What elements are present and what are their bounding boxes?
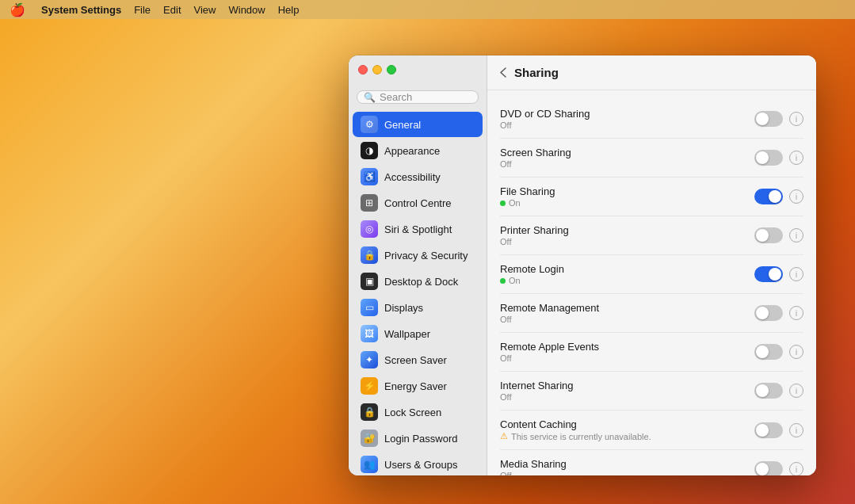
content-header: Sharing xyxy=(487,55,816,90)
siri-spotlight-icon: ◎ xyxy=(361,220,378,238)
sharing-controls-screen-sharing: i xyxy=(754,150,803,166)
sharing-info-remote-login: Remote LoginOn xyxy=(500,263,754,285)
toggle-screen-sharing[interactable] xyxy=(754,150,783,166)
sidebar-item-screen-saver[interactable]: ✦Screen Saver xyxy=(353,347,483,372)
maximize-button[interactable] xyxy=(387,65,396,74)
toggle-knob xyxy=(756,151,769,164)
sharing-info-printer-sharing: Printer SharingOff xyxy=(500,224,754,246)
info-button-remote-apple-events[interactable]: i xyxy=(789,345,803,359)
sharing-list: DVD or CD SharingOffiScreen SharingOffiF… xyxy=(487,90,816,475)
toggle-knob xyxy=(756,113,769,125)
privacy-security-icon: 🔒 xyxy=(361,246,378,264)
toggle-file-sharing[interactable] xyxy=(754,189,783,204)
menu-edit[interactable]: Edit xyxy=(163,4,181,16)
wallpaper-icon: 🖼 xyxy=(361,325,378,342)
minimize-button[interactable] xyxy=(372,65,382,74)
search-placeholder: Search xyxy=(380,91,412,103)
back-button[interactable] xyxy=(500,67,506,78)
sharing-row-dvd-cd: DVD or CD SharingOffi xyxy=(500,100,803,139)
search-bar[interactable]: 🔍 Search xyxy=(357,90,479,104)
sidebar: 🔍 Search ⚙General◑Appearance♿Accessibili… xyxy=(349,55,487,475)
sharing-status-printer-sharing: Off xyxy=(500,237,754,246)
status-text-printer-sharing: Off xyxy=(500,237,511,246)
sidebar-item-appearance[interactable]: ◑Appearance xyxy=(353,138,483,163)
sidebar-item-label-users-groups: Users & Groups xyxy=(384,459,457,471)
content-area: Sharing DVD or CD SharingOffiScreen Shar… xyxy=(487,55,816,475)
sidebar-item-control-centre[interactable]: ⊞Control Centre xyxy=(353,190,483,216)
status-text-remote-apple-events: Off xyxy=(500,353,511,363)
toggle-content-caching[interactable] xyxy=(754,422,783,438)
sharing-row-screen-sharing: Screen SharingOffi xyxy=(500,139,803,178)
info-button-media-sharing[interactable]: i xyxy=(789,462,803,475)
back-arrow-icon xyxy=(500,67,506,78)
sidebar-item-privacy-security[interactable]: 🔒Privacy & Security xyxy=(353,242,483,268)
sidebar-item-accessibility[interactable]: ♿Accessibility xyxy=(353,164,483,189)
desktop-dock-icon: ▣ xyxy=(361,273,378,290)
info-button-screen-sharing[interactable]: i xyxy=(789,151,803,165)
sharing-name-printer-sharing: Printer Sharing xyxy=(500,224,754,236)
toggle-knob xyxy=(769,268,781,281)
sidebar-item-siri-spotlight[interactable]: ◎Siri & Spotlight xyxy=(353,216,483,242)
sidebar-item-label-screen-saver: Screen Saver xyxy=(384,354,447,366)
menu-window[interactable]: Window xyxy=(228,4,265,16)
sharing-info-screen-sharing: Screen SharingOff xyxy=(500,147,754,169)
close-button[interactable] xyxy=(358,65,368,74)
sharing-row-remote-management: Remote ManagementOffi xyxy=(500,294,803,333)
sharing-status-internet-sharing: Off xyxy=(500,392,754,402)
sharing-row-media-sharing: Media SharingOffi xyxy=(500,450,803,475)
info-button-remote-login[interactable]: i xyxy=(789,267,803,281)
sidebar-item-lock-screen[interactable]: 🔒Lock Screen xyxy=(353,399,483,425)
status-text-internet-sharing: Off xyxy=(500,392,511,402)
menu-file[interactable]: File xyxy=(134,4,151,16)
sidebar-item-displays[interactable]: ▭Displays xyxy=(353,295,483,320)
menu-help[interactable]: Help xyxy=(278,4,300,16)
toggle-remote-login[interactable] xyxy=(754,266,783,282)
toggle-knob xyxy=(756,384,769,397)
sharing-status-remote-login: On xyxy=(500,276,754,285)
status-dot-on xyxy=(500,200,506,206)
control-centre-icon: ⊞ xyxy=(361,194,378,212)
info-button-remote-management[interactable]: i xyxy=(789,306,803,320)
sharing-name-screen-sharing: Screen Sharing xyxy=(500,147,754,158)
sidebar-item-login-password[interactable]: 🔐Login Password xyxy=(353,426,483,451)
users-groups-icon: 👥 xyxy=(361,456,378,473)
sharing-name-media-sharing: Media Sharing xyxy=(500,458,754,470)
toggle-media-sharing[interactable] xyxy=(754,461,783,475)
sidebar-item-label-lock-screen: Lock Screen xyxy=(384,407,441,418)
sidebar-item-wallpaper[interactable]: 🖼Wallpaper xyxy=(353,321,483,346)
sidebar-item-users-groups[interactable]: 👥Users & Groups xyxy=(353,452,483,475)
toggle-internet-sharing[interactable] xyxy=(754,383,783,399)
apple-menu[interactable]: 🍎 xyxy=(10,2,25,17)
sidebar-item-energy-saver[interactable]: ⚡Energy Saver xyxy=(353,373,483,399)
toggle-knob xyxy=(756,307,769,319)
info-button-file-sharing[interactable]: i xyxy=(789,189,803,204)
toggle-remote-management[interactable] xyxy=(754,305,783,321)
toggle-knob xyxy=(756,463,769,475)
toggle-remote-apple-events[interactable] xyxy=(754,344,783,360)
sharing-status-file-sharing: On xyxy=(500,198,754,208)
info-button-content-caching[interactable]: i xyxy=(789,423,803,437)
sharing-info-remote-apple-events: Remote Apple EventsOff xyxy=(500,341,754,363)
toggle-dvd-cd[interactable] xyxy=(754,111,783,127)
menubar: 🍎 System Settings File Edit View Window … xyxy=(0,0,855,19)
status-text-remote-management: Off xyxy=(500,315,511,324)
traffic-lights xyxy=(358,65,396,74)
info-button-internet-sharing[interactable]: i xyxy=(789,384,803,398)
toggle-printer-sharing[interactable] xyxy=(754,227,783,243)
sharing-controls-content-caching: i xyxy=(754,422,803,438)
sharing-controls-file-sharing: i xyxy=(754,189,803,204)
sharing-info-remote-management: Remote ManagementOff xyxy=(500,302,754,324)
sidebar-item-label-general: General xyxy=(384,119,421,131)
sharing-status-remote-management: Off xyxy=(500,315,754,324)
toggle-knob xyxy=(756,424,769,437)
info-button-printer-sharing[interactable]: i xyxy=(789,228,803,242)
info-button-dvd-cd[interactable]: i xyxy=(789,112,803,126)
sharing-controls-media-sharing: i xyxy=(754,461,803,475)
sidebar-item-label-privacy-security: Privacy & Security xyxy=(384,250,468,262)
system-settings-window: 🔍 Search ⚙General◑Appearance♿Accessibili… xyxy=(349,55,816,475)
menu-view[interactable]: View xyxy=(194,4,216,16)
sharing-info-internet-sharing: Internet SharingOff xyxy=(500,380,754,402)
sharing-info-media-sharing: Media SharingOff xyxy=(500,458,754,475)
sidebar-item-desktop-dock[interactable]: ▣Desktop & Dock xyxy=(353,269,483,294)
sidebar-item-general[interactable]: ⚙General xyxy=(353,112,483,137)
